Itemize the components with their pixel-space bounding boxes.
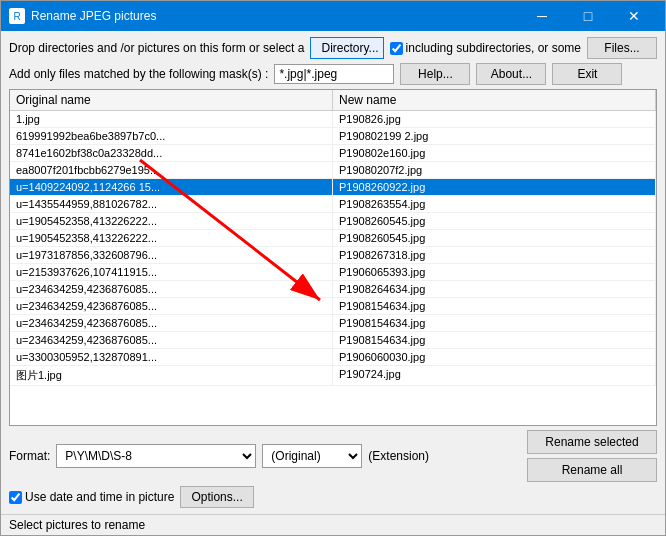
table-row[interactable]: u=1905452358,413226222...P1908260545.jpg — [10, 230, 656, 247]
files-button[interactable]: Files... — [587, 37, 657, 59]
help-button[interactable]: Help... — [400, 63, 470, 85]
table-row[interactable]: 图片1.jpgP190724.jpg — [10, 366, 656, 386]
new-name-cell: P1908154634.jpg — [333, 298, 656, 314]
status-bar: Select pictures to rename — [1, 514, 665, 535]
window-controls: ─ □ ✕ — [519, 1, 657, 31]
table-row[interactable]: u=1435544959,881026782...P1908263554.jpg — [10, 196, 656, 213]
title-bar: R Rename JPEG pictures ─ □ ✕ — [1, 1, 665, 31]
original-name-cell: u=234634259,4236876085... — [10, 332, 333, 348]
table-row[interactable]: u=1973187856,332608796...P1908267318.jpg — [10, 247, 656, 264]
new-name-cell: P1908154634.jpg — [333, 332, 656, 348]
original-name-cell: 图片1.jpg — [10, 366, 333, 385]
use-date-label: Use date and time in picture — [25, 490, 174, 504]
use-date-checkbox[interactable] — [9, 491, 22, 504]
new-name-cell: P1908264634.jpg — [333, 281, 656, 297]
new-name-cell: P190724.jpg — [333, 366, 656, 385]
file-list-container: Original name New name 1.jpgP190826.jpg6… — [9, 89, 657, 426]
drop-label: Drop directories and /or pictures on thi… — [9, 41, 304, 55]
content-area: Drop directories and /or pictures on thi… — [1, 31, 665, 514]
options-button[interactable]: Options... — [180, 486, 253, 508]
table-row[interactable]: u=1905452358,413226222...P1908260545.jpg — [10, 213, 656, 230]
original-name-cell: ea8007f201fbcbb6279e195... — [10, 162, 333, 178]
new-name-cell: P1908260545.jpg — [333, 230, 656, 246]
main-window: R Rename JPEG pictures ─ □ ✕ Drop direct… — [0, 0, 666, 536]
subdirectories-label: including subdirectories, or some — [406, 41, 581, 55]
table-row[interactable]: ea8007f201fbcbb6279e195...P19080207f2.jp… — [10, 162, 656, 179]
new-name-cell: P190802199 2.jpg — [333, 128, 656, 144]
new-name-cell: P1906065393.jpg — [333, 264, 656, 280]
format-label: Format: — [9, 449, 50, 463]
top-row-2: Add only files matched by the following … — [9, 63, 657, 85]
original-name-cell: u=1905452358,413226222... — [10, 213, 333, 229]
subdirectories-checkbox[interactable] — [390, 42, 403, 55]
status-text: Select pictures to rename — [9, 518, 145, 532]
format-row: Format: P\Y\M\D\S-8 (Original) (Extensio… — [9, 430, 657, 482]
format-select[interactable]: P\Y\M\D\S-8 — [56, 444, 256, 468]
new-name-cell: P1908154634.jpg — [333, 315, 656, 331]
subdirectories-checkbox-row: including subdirectories, or some — [390, 41, 581, 55]
original-name-cell: 619991992bea6be3897b7c0... — [10, 128, 333, 144]
extension-label: (Extension) — [368, 449, 429, 463]
table-row[interactable]: u=3300305952,132870891...P1906060030.jpg — [10, 349, 656, 366]
top-row-1: Drop directories and /or pictures on thi… — [9, 37, 657, 59]
close-button[interactable]: ✕ — [611, 1, 657, 31]
col-original-header: Original name — [10, 90, 333, 110]
table-row[interactable]: 8741e1602bf38c0a23328dd...P190802e160.jp… — [10, 145, 656, 162]
original-name-cell: u=1435544959,881026782... — [10, 196, 333, 212]
col-new-header: New name — [333, 90, 656, 110]
mask-input[interactable] — [274, 64, 394, 84]
new-name-cell: P1906060030.jpg — [333, 349, 656, 365]
original-name-cell: 1.jpg — [10, 111, 333, 127]
new-name-cell: P19080207f2.jpg — [333, 162, 656, 178]
app-icon: R — [9, 8, 25, 24]
maximize-button[interactable]: □ — [565, 1, 611, 31]
original-name-cell: u=234634259,4236876085... — [10, 281, 333, 297]
about-button[interactable]: About... — [476, 63, 546, 85]
original-name-cell: u=234634259,4236876085... — [10, 315, 333, 331]
table-row[interactable]: u=234634259,4236876085...P1908154634.jpg — [10, 332, 656, 349]
original-select[interactable]: (Original) — [262, 444, 362, 468]
list-header: Original name New name — [10, 90, 656, 111]
original-name-cell: u=1409224092,1124266 15... — [10, 179, 333, 195]
original-name-cell: u=1905452358,413226222... — [10, 230, 333, 246]
new-name-cell: P190826.jpg — [333, 111, 656, 127]
original-name-cell: u=2153937626,107411915... — [10, 264, 333, 280]
original-name-cell: u=1973187856,332608796... — [10, 247, 333, 263]
table-row[interactable]: u=1409224092,1124266 15...P1908260922.jp… — [10, 179, 656, 196]
new-name-cell: P1908263554.jpg — [333, 196, 656, 212]
table-row[interactable]: u=2153937626,107411915...P1906065393.jpg — [10, 264, 656, 281]
new-name-cell: P190802e160.jpg — [333, 145, 656, 161]
table-row[interactable]: u=234634259,4236876085...P1908154634.jpg — [10, 315, 656, 332]
table-row[interactable]: 619991992bea6be3897b7c0...P190802199 2.j… — [10, 128, 656, 145]
table-row[interactable]: u=234634259,4236876085...P1908264634.jpg — [10, 281, 656, 298]
original-name-cell: 8741e1602bf38c0a23328dd... — [10, 145, 333, 161]
use-date-checkbox-row: Use date and time in picture — [9, 490, 174, 504]
window-title: Rename JPEG pictures — [31, 9, 519, 23]
new-name-cell: P1908267318.jpg — [333, 247, 656, 263]
new-name-cell: P1908260545.jpg — [333, 213, 656, 229]
table-row[interactable]: 1.jpgP190826.jpg — [10, 111, 656, 128]
mask-label: Add only files matched by the following … — [9, 67, 268, 81]
file-rows: 1.jpgP190826.jpg619991992bea6be3897b7c0.… — [10, 111, 656, 386]
new-name-cell: P1908260922.jpg — [333, 179, 656, 195]
file-list[interactable]: Original name New name 1.jpgP190826.jpg6… — [10, 90, 656, 425]
date-options-row: Use date and time in picture Options... — [9, 486, 657, 508]
right-buttons: Rename selected Rename all — [527, 430, 657, 482]
original-name-cell: u=3300305952,132870891... — [10, 349, 333, 365]
rename-all-button[interactable]: Rename all — [527, 458, 657, 482]
exit-button[interactable]: Exit — [552, 63, 622, 85]
original-name-cell: u=234634259,4236876085... — [10, 298, 333, 314]
minimize-button[interactable]: ─ — [519, 1, 565, 31]
directory-button[interactable]: Directory... — [310, 37, 383, 59]
rename-selected-button[interactable]: Rename selected — [527, 430, 657, 454]
table-row[interactable]: u=234634259,4236876085...P1908154634.jpg — [10, 298, 656, 315]
